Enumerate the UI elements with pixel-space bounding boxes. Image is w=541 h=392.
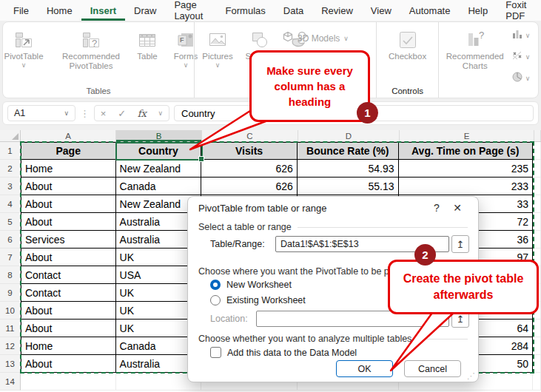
checkbox-icon	[397, 28, 419, 52]
cell-A14[interactable]	[21, 373, 116, 391]
cell-E1[interactable]: Avg. Time on Page (s)	[399, 142, 533, 160]
cell-sliver	[533, 355, 541, 373]
select-all-corner[interactable]	[0, 130, 21, 141]
menu-tab-automate[interactable]: Automate	[400, 0, 460, 21]
confirm-entry-icon[interactable]: ✓	[118, 108, 126, 119]
dialog-help-icon[interactable]: ?	[426, 202, 447, 214]
cell-C1[interactable]: Visits	[201, 142, 298, 160]
cell-B3[interactable]: Canada	[116, 178, 202, 195]
row-header-3[interactable]: 3	[0, 178, 21, 195]
chevron-down-icon: ∨	[525, 54, 531, 61]
insert-function-icon[interactable]: fx	[138, 108, 147, 119]
pie-chart-button[interactable]: ∨	[511, 71, 538, 86]
menu-tab-draw[interactable]: Draw	[125, 0, 165, 21]
column-header-B[interactable]: B	[116, 130, 202, 141]
callout-pivot-note: Create the pivot table afterwards	[388, 260, 539, 314]
menu-tab-data[interactable]: Data	[275, 0, 312, 21]
cancel-entry-icon[interactable]: ×	[101, 108, 107, 119]
row-header-5[interactable]: 5	[0, 213, 21, 231]
cell-sliver	[533, 373, 541, 391]
menu-tab-formulas[interactable]: Formulas	[217, 0, 275, 21]
table-label: Table	[137, 52, 158, 61]
cell-A9[interactable]: Contact	[21, 284, 116, 302]
resize-grip[interactable]: ⋰	[467, 371, 475, 381]
row-header-13[interactable]: 13	[0, 355, 21, 373]
menu-tab-review[interactable]: Review	[312, 0, 362, 21]
cell-A7[interactable]: About	[21, 249, 116, 266]
row-header-9[interactable]: 9	[0, 284, 21, 302]
row-header-11[interactable]: 11	[0, 320, 21, 337]
cell-A4[interactable]: About	[21, 195, 116, 213]
cancel-button[interactable]: Cancel	[404, 360, 461, 377]
cell-A11[interactable]: About	[21, 320, 116, 337]
cell-D1[interactable]: Bounce Rate (%)	[298, 142, 399, 160]
table-range-label: Table/Range:	[210, 239, 275, 249]
row-header-8[interactable]: 8	[0, 266, 21, 284]
cell-sliver	[533, 320, 541, 337]
cell-C3[interactable]: 626	[201, 178, 298, 195]
row-header-4[interactable]: 4	[0, 195, 21, 213]
name-box[interactable]: A1 ∨	[7, 105, 75, 121]
menu-tab-insert[interactable]: Insert	[81, 0, 125, 21]
menu-tab-help[interactable]: Help	[459, 0, 497, 21]
cell-sliver	[533, 195, 541, 213]
cell-A3[interactable]: About	[21, 178, 116, 195]
row-header-10[interactable]: 10	[0, 302, 21, 320]
3d-models-button[interactable]: 3D Models ∨	[282, 31, 349, 45]
cell-E3[interactable]: 233	[399, 178, 533, 195]
cell-E2[interactable]: 235	[399, 160, 533, 178]
range-picker-icon[interactable]: ↥	[451, 235, 469, 253]
cell-sliver	[533, 213, 541, 231]
column-headers: ABCDE	[0, 130, 541, 142]
row-header-14[interactable]: 14	[0, 373, 21, 391]
menu-tab-view[interactable]: View	[362, 0, 400, 21]
row-header-6[interactable]: 6	[0, 231, 21, 249]
row-header-7[interactable]: 7	[0, 249, 21, 266]
radio-new-worksheet[interactable]: New Worksheet	[210, 280, 292, 290]
cell-sliver	[533, 160, 541, 178]
menu-tab-home[interactable]: Home	[38, 0, 81, 21]
step-1-badge: 1	[357, 102, 378, 124]
row-header-1[interactable]: 1	[0, 142, 21, 160]
ok-button[interactable]: OK	[336, 360, 393, 377]
dialog-buttons: OK Cancel	[336, 360, 461, 377]
data-model-checkbox[interactable]: Add this data to the Data Model	[210, 347, 357, 358]
cell-D3[interactable]: 55.13	[298, 178, 399, 195]
radio-existing-worksheet[interactable]: Existing Worksheet	[210, 295, 306, 305]
cell-A12[interactable]: Home	[21, 337, 116, 355]
cell-B1[interactable]: Country	[116, 142, 202, 160]
cell-sliver	[533, 142, 541, 160]
column-chart-button[interactable]: ∨	[511, 28, 538, 43]
menu-tab-file[interactable]: File	[4, 0, 38, 21]
cell-A10[interactable]: About	[21, 302, 116, 320]
column-header-C[interactable]: C	[202, 130, 298, 141]
cell-sliver	[533, 178, 541, 195]
column-header-E[interactable]: E	[400, 130, 534, 141]
cell-A8[interactable]: Contact	[21, 266, 116, 284]
column-header-A[interactable]: A	[21, 130, 116, 141]
cell-D2[interactable]: 54.93	[298, 160, 399, 178]
row-header-2[interactable]: 2	[0, 160, 21, 178]
scatter-chart-button[interactable]: ∨	[511, 50, 538, 64]
cell-sliver	[533, 231, 541, 249]
cell-A5[interactable]: About	[21, 213, 116, 231]
recommended-charts-label: Recommended Charts	[441, 52, 509, 71]
recommended-charts-button[interactable]: ? Recommended Charts	[439, 27, 511, 98]
menu-tab-page-layout[interactable]: Page Layout	[165, 0, 216, 21]
pictures-button[interactable]: Pictures ∨	[195, 27, 241, 98]
cell-A6[interactable]: Services	[21, 231, 116, 249]
forms-icon: F	[175, 28, 196, 52]
cell-A1[interactable]: Page	[21, 142, 116, 160]
table-row: 2HomeNew Zealand62654.93235	[0, 160, 541, 178]
chevron-down-icon: ∨	[158, 109, 164, 117]
callout-2-text: Create the pivot table afterwards	[394, 271, 532, 303]
menu-tab-foxit-pdf[interactable]: Foxit PDF	[497, 0, 541, 21]
scatter-chart-icon	[511, 50, 523, 64]
cell-A2[interactable]: Home	[21, 160, 116, 178]
cell-A13[interactable]: About	[21, 355, 116, 373]
column-header-D[interactable]: D	[298, 130, 400, 141]
row-header-12[interactable]: 12	[0, 337, 21, 355]
cell-C2[interactable]: 626	[201, 160, 298, 178]
dialog-close-icon[interactable]: ✕	[447, 202, 468, 214]
cell-B2[interactable]: New Zealand	[116, 160, 202, 178]
